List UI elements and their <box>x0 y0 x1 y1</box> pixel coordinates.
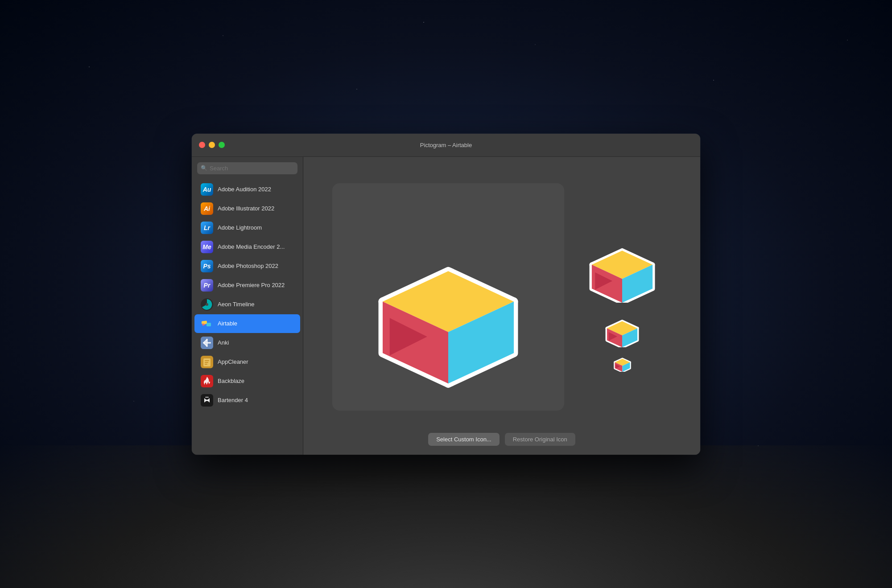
app-icon-airtable <box>201 317 213 330</box>
sidebar-item-adobe-lightroom[interactable]: Lr Adobe Lightroom <box>194 218 300 237</box>
svg-rect-14 <box>205 362 208 363</box>
appcleaner-icon <box>201 356 213 368</box>
svg-rect-19 <box>205 397 209 398</box>
maximize-button[interactable] <box>219 142 225 148</box>
app-name-adobe-illustrator: Adobe Illustrator 2022 <box>218 205 274 212</box>
airtable-sidebar-icon <box>201 317 213 330</box>
aeon-timeline-icon <box>201 298 213 311</box>
app-name-aeon-timeline: Aeon Timeline <box>218 301 254 308</box>
bottom-buttons: Select Custom Icon... Restore Original I… <box>428 433 575 446</box>
app-icon-pr: Pr <box>201 279 213 292</box>
anki-icon <box>201 337 213 349</box>
search-wrapper: 🔍 <box>197 162 297 174</box>
traffic-lights <box>199 142 225 148</box>
svg-rect-18 <box>206 399 208 401</box>
icon-letter-ai: Ai <box>204 205 210 212</box>
backblaze-icon <box>201 375 213 387</box>
sidebar: 🔍 Au Adobe Audition 2022 Ai Ad <box>192 157 303 455</box>
app-name-anki: Anki <box>218 339 229 346</box>
svg-point-1 <box>206 303 208 306</box>
app-window: Pictogram – Airtable 🔍 Au Adobe Audition… <box>192 134 700 455</box>
app-icon-appcleaner <box>201 356 213 368</box>
close-button[interactable] <box>199 142 205 148</box>
main-area: Select Custom Icon... Restore Original I… <box>303 157 700 455</box>
sidebar-item-adobe-premiere[interactable]: Pr Adobe Premiere Pro 2022 <box>194 276 300 295</box>
sidebar-item-adobe-media-encoder[interactable]: Me Adobe Media Encoder 2... <box>194 238 300 256</box>
sidebar-item-airtable[interactable]: Airtable <box>194 314 300 333</box>
select-custom-icon-button[interactable]: Select Custom Icon... <box>428 433 500 446</box>
search-container: 🔍 <box>192 157 303 179</box>
app-name-bartender: Bartender 4 <box>218 397 248 403</box>
app-name-adobe-photoshop: Adobe Photoshop 2022 <box>218 263 278 269</box>
restore-original-icon-button[interactable]: Restore Original Icon <box>505 433 575 446</box>
airtable-icon-large <box>355 203 542 391</box>
app-icon-backblaze <box>201 375 213 387</box>
airtable-icon-small <box>598 307 647 347</box>
airtable-icon-tiny <box>610 352 635 372</box>
app-name-adobe-lightroom: Adobe Lightroom <box>218 224 262 231</box>
sidebar-item-bartender[interactable]: Bartender 4 <box>194 391 300 410</box>
app-name-airtable: Airtable <box>218 320 237 327</box>
svg-rect-13 <box>205 360 209 361</box>
sidebar-item-backblaze[interactable]: Backblaze <box>194 372 300 391</box>
sidebar-item-aeon-timeline[interactable]: Aeon Timeline <box>194 295 300 314</box>
search-input[interactable] <box>197 162 297 174</box>
app-icon-aeon <box>201 298 213 311</box>
sidebar-item-anki[interactable]: Anki <box>194 333 300 352</box>
sidebar-item-adobe-illustrator[interactable]: Ai Adobe Illustrator 2022 <box>194 199 300 218</box>
sidebar-item-adobe-audition[interactable]: Au Adobe Audition 2022 <box>194 180 300 199</box>
app-name-adobe-audition: Adobe Audition 2022 <box>218 186 271 193</box>
window-title: Pictogram – Airtable <box>420 142 472 148</box>
bartender-icon <box>201 394 213 407</box>
content-area: 🔍 Au Adobe Audition 2022 Ai Ad <box>192 157 700 455</box>
minimize-button[interactable] <box>209 142 215 148</box>
app-name-adobe-media-encoder: Adobe Media Encoder 2... <box>218 243 285 250</box>
app-icon-ai: Ai <box>201 202 213 215</box>
app-name-adobe-premiere: Adobe Premiere Pro 2022 <box>218 282 285 288</box>
icon-letter-pr: Pr <box>204 282 211 289</box>
svg-rect-5 <box>206 323 211 326</box>
app-icon-anki <box>201 337 213 349</box>
svg-rect-15 <box>205 364 207 365</box>
icon-variants <box>573 222 671 372</box>
app-icon-bartender <box>201 394 213 407</box>
icon-letter-au: Au <box>203 186 211 193</box>
app-icon-lr: Lr <box>201 222 213 234</box>
icon-letter-me: Me <box>202 243 211 251</box>
sidebar-list: Au Adobe Audition 2022 Ai Adobe Illustra… <box>192 179 303 455</box>
sidebar-item-appcleaner[interactable]: AppCleaner <box>194 353 300 371</box>
icon-display <box>312 166 691 428</box>
main-icon-box <box>332 183 564 411</box>
app-name-backblaze: Backblaze <box>218 378 244 384</box>
icon-letter-ps: Ps <box>203 263 211 270</box>
icon-letter-lr: Lr <box>204 224 210 231</box>
app-icon-me: Me <box>201 241 213 253</box>
sidebar-item-adobe-photoshop[interactable]: Ps Adobe Photoshop 2022 <box>194 257 300 275</box>
app-icon-ps: Ps <box>201 260 213 272</box>
app-name-appcleaner: AppCleaner <box>218 358 248 365</box>
title-bar: Pictogram – Airtable <box>192 134 700 157</box>
airtable-icon-medium <box>573 222 671 303</box>
svg-rect-3 <box>202 321 207 324</box>
app-icon-au: Au <box>201 183 213 196</box>
